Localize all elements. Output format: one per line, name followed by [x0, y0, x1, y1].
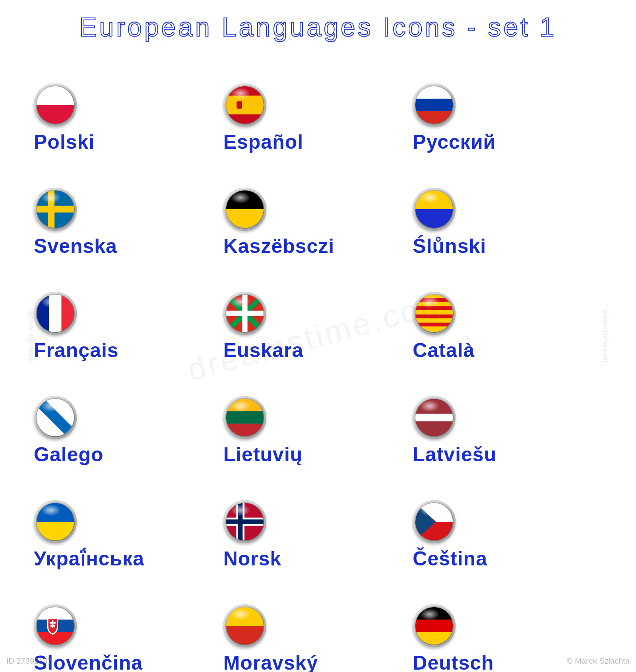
svg-rect-30	[226, 399, 264, 411]
svg-rect-16	[49, 295, 61, 332]
language-item-latvia: Latviešu	[413, 396, 602, 466]
svg-rect-25	[415, 306, 453, 310]
svg-rect-14	[415, 209, 453, 228]
svg-rect-1	[37, 105, 74, 124]
svg-rect-45	[37, 607, 74, 620]
watermark-side-right: dreamstime.com	[601, 309, 610, 362]
czech-flag-icon	[413, 500, 456, 543]
language-item-norway: Norsk	[223, 500, 413, 570]
sweden-flag-icon	[34, 188, 77, 231]
svg-rect-24	[415, 298, 453, 301]
svg-rect-10	[37, 206, 74, 213]
basque-flag-icon	[223, 292, 266, 335]
language-label: Español	[223, 130, 413, 153]
svg-rect-7	[415, 111, 453, 124]
svg-rect-36	[37, 522, 74, 540]
language-item-france: Français	[34, 292, 223, 362]
language-label: Русский	[413, 130, 602, 153]
language-label: Lietuvių	[223, 443, 413, 466]
silesia-flag-icon	[413, 188, 456, 231]
svg-rect-17	[62, 295, 74, 332]
poland-flag-icon	[34, 84, 77, 126]
watermark-credit: © Marek Szlachta	[567, 656, 630, 666]
ukraine-flag-icon	[34, 500, 77, 543]
language-label: Moravský	[223, 651, 413, 672]
svg-rect-5	[415, 86, 453, 99]
svg-rect-13	[415, 190, 453, 209]
catalonia-flag-icon	[413, 292, 456, 335]
kashubia-flag-icon	[223, 188, 266, 231]
language-item-galicia: Galego	[34, 396, 223, 466]
svg-rect-11	[226, 190, 264, 209]
galicia-flag-icon	[34, 396, 77, 439]
language-label: Polski	[34, 130, 223, 153]
language-item-ukraine: Украḯнська	[34, 500, 223, 570]
language-item-poland: Polski	[34, 84, 223, 153]
svg-rect-53	[415, 607, 453, 620]
svg-rect-47	[37, 632, 74, 645]
germany-flag-icon	[413, 604, 456, 647]
language-label: Català	[413, 339, 602, 362]
svg-rect-48	[52, 620, 54, 628]
svg-rect-31	[226, 411, 264, 423]
lithuania-flag-icon	[223, 396, 266, 439]
language-item-silesia: Ślůnski	[413, 188, 602, 258]
language-label: Svenska	[34, 235, 223, 258]
svg-rect-51	[226, 607, 264, 626]
svg-rect-50	[50, 625, 55, 627]
language-label: Украḯнська	[34, 547, 223, 570]
svg-rect-55	[415, 632, 453, 645]
language-item-czech: Čeština	[413, 500, 602, 570]
slovakia-flag-icon	[34, 604, 77, 647]
icon-grid: PolskiEspañolРусскийSvenskaKaszëbscziŚlů…	[34, 84, 602, 672]
language-item-lithuania: Lietuvių	[223, 396, 413, 466]
language-label: Čeština	[413, 547, 602, 570]
svg-rect-15	[37, 295, 49, 332]
svg-rect-3	[226, 96, 264, 115]
svg-rect-26	[415, 315, 453, 318]
language-item-moravia: Moravský	[223, 604, 413, 672]
language-item-russia: Русский	[413, 84, 602, 153]
language-label: Ślůnski	[413, 235, 602, 258]
language-item-catalonia: Català	[413, 292, 602, 362]
language-item-basque: Euskara	[223, 292, 413, 362]
language-item-spain: Español	[223, 84, 413, 153]
svg-rect-41	[226, 519, 264, 524]
language-item-slovakia: Slovenčina	[34, 604, 223, 672]
svg-rect-52	[226, 626, 264, 645]
svg-rect-32	[226, 424, 264, 436]
svg-rect-27	[415, 323, 453, 326]
svg-rect-12	[226, 209, 264, 228]
france-flag-icon	[34, 292, 77, 335]
norway-flag-icon	[223, 500, 266, 543]
svg-rect-22	[226, 311, 264, 316]
language-item-sweden: Svenska	[34, 188, 223, 258]
language-label: Français	[34, 339, 223, 362]
language-item-kashubia: Kaszëbsczi	[223, 188, 413, 258]
svg-rect-34	[415, 414, 453, 421]
svg-rect-4	[237, 101, 242, 109]
language-label: Slovenčina	[34, 651, 223, 672]
language-label: Latviešu	[413, 443, 602, 466]
language-label: Euskara	[223, 339, 413, 362]
language-label: Kaszëbsczi	[223, 235, 413, 258]
russia-flag-icon	[413, 84, 456, 126]
language-label: Norsk	[223, 547, 413, 570]
svg-rect-0	[37, 86, 74, 105]
moravia-flag-icon	[223, 604, 266, 647]
language-label: Galego	[34, 443, 223, 466]
svg-rect-6	[415, 99, 453, 111]
svg-rect-35	[37, 503, 74, 522]
svg-rect-49	[50, 622, 56, 624]
spain-flag-icon	[223, 84, 266, 126]
svg-rect-54	[415, 620, 453, 632]
watermark-id: ID 27392137	[6, 656, 52, 666]
page-title: European Languages Icons - set 1	[0, 12, 636, 42]
latvia-flag-icon	[413, 396, 456, 439]
watermark-side-left: dreamstime.com	[26, 309, 35, 362]
